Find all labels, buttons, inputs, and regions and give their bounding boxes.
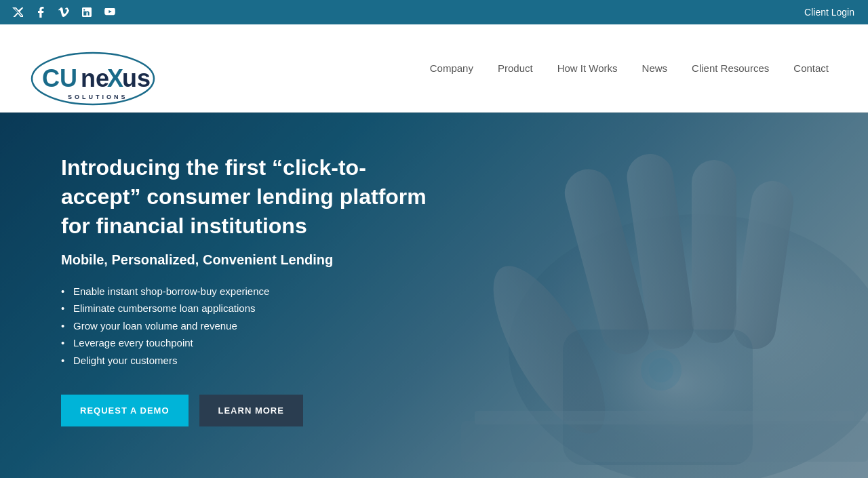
- bullet-2: Eliminate cumbersome loan applications: [61, 300, 434, 317]
- nav-how-it-works[interactable]: How It Works: [545, 24, 630, 113]
- facebook-icon[interactable]: [34, 5, 47, 19]
- bullet-1: Enable instant shop-borrow-buy experienc…: [61, 283, 434, 300]
- learn-more-button[interactable]: LEARN MORE: [199, 395, 303, 426]
- svg-text:us: us: [122, 64, 151, 92]
- social-links: [11, 5, 117, 19]
- twitter-icon[interactable]: [11, 5, 24, 19]
- nav-news[interactable]: News: [630, 24, 680, 113]
- hero-subtitle: Mobile, Personalized, Convenient Lending: [61, 252, 434, 268]
- youtube-icon[interactable]: [103, 5, 117, 19]
- vimeo-icon[interactable]: [57, 5, 71, 19]
- logo-wrapper: CU ne X us SOLUTIONS: [27, 45, 159, 92]
- bullet-3: Grow your loan volume and revenue: [61, 317, 434, 335]
- svg-text:CU: CU: [42, 64, 77, 92]
- site-header: CU ne X us SOLUTIONS Company Product How…: [0, 24, 868, 113]
- linkedin-icon[interactable]: [80, 5, 94, 19]
- nav-product[interactable]: Product: [486, 24, 545, 113]
- bullet-4: Leverage every touchpoint: [61, 334, 434, 352]
- nav-contact[interactable]: Contact: [781, 24, 841, 113]
- svg-text:SOLUTIONS: SOLUTIONS: [68, 94, 128, 100]
- hero-title: Introducing the first “click-to-accept” …: [61, 153, 434, 241]
- logo-svg: CU ne X us SOLUTIONS: [27, 45, 159, 106]
- nav-company[interactable]: Company: [418, 24, 486, 113]
- client-login-link[interactable]: Client Login: [804, 7, 854, 18]
- hero-content: Introducing the first “click-to-accept” …: [0, 113, 434, 426]
- svg-text:ne: ne: [81, 64, 109, 92]
- hero-buttons: REQUEST A DEMO LEARN MORE: [61, 395, 434, 426]
- svg-text:X: X: [107, 64, 123, 92]
- logo-area: CU ne X us SOLUTIONS: [27, 45, 159, 92]
- logo-arc: CU ne X us SOLUTIONS: [27, 45, 159, 92]
- main-nav: Company Product How It Works News Client…: [418, 24, 841, 113]
- request-demo-button[interactable]: REQUEST A DEMO: [61, 395, 189, 426]
- top-bar: Client Login: [0, 0, 868, 24]
- hero-section: Introducing the first “click-to-accept” …: [0, 113, 868, 478]
- nav-client-resources[interactable]: Client Resources: [679, 24, 781, 113]
- hero-bullets: Enable instant shop-borrow-buy experienc…: [61, 283, 434, 370]
- bullet-5: Delight your customers: [61, 352, 434, 370]
